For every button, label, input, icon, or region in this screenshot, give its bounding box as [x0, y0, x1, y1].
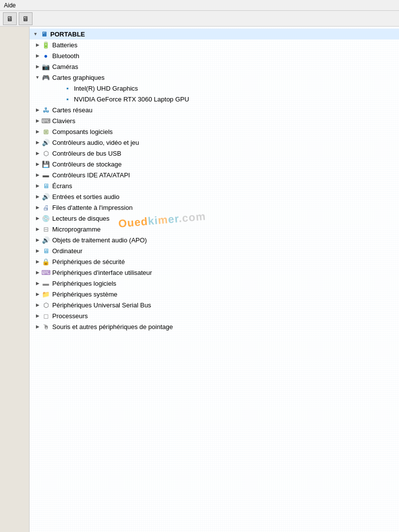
expand-icon-softdevices: ▶: [33, 279, 41, 287]
icon-mice: 🖱: [41, 322, 50, 331]
tree-node-usb-ctrl[interactable]: ▶⬡Contrôleurs de bus USB: [30, 148, 399, 159]
expand-icon-apo: ▶: [33, 236, 41, 244]
label-screens: Écrans: [52, 182, 72, 190]
icon-network: 🖧: [41, 105, 50, 114]
expand-icon-keyboard: ▶: [33, 117, 41, 125]
label-keyboard: Claviers: [52, 117, 75, 125]
tree-node-sysdevices[interactable]: ▶📁Périphériques système: [30, 289, 399, 299]
expand-icon-computer: ▶: [33, 247, 41, 255]
icon-bluetooth: ●: [41, 51, 50, 60]
tree-node-audio-in-out[interactable]: ▶🔊Entrées et sorties audio: [30, 191, 399, 202]
expand-icon-audio-ctrl: ▶: [33, 138, 41, 146]
root-label: PORTABLE: [50, 31, 85, 38]
expand-icon-hid: ▶: [33, 268, 41, 276]
label-print-queue: Files d'attente à l'impression: [52, 204, 133, 211]
tree-node-cameras[interactable]: ▶📷Caméras: [30, 61, 399, 72]
label-network: Cartes réseau: [52, 106, 93, 114]
label-audio-ctrl: Contrôleurs audio, vidéo et jeu: [52, 139, 139, 146]
tree-node-software[interactable]: ▶⊞Composants logiciels: [30, 126, 399, 137]
expand-icon-processors: ▶: [33, 312, 41, 320]
icon-softdevices: ▬: [41, 279, 50, 288]
expand-icon-cameras: ▶: [33, 63, 41, 70]
icon-apo: 🔊: [41, 235, 50, 244]
icon-security: 🔒: [41, 257, 50, 266]
tree-node-computer[interactable]: ▶🖥Ordinateur: [30, 245, 399, 256]
icon-ide-ctrl: ▬: [41, 170, 50, 179]
expand-icon-graphics: ▼: [33, 73, 41, 81]
toolbar-btn-1[interactable]: 🖥: [3, 12, 17, 25]
expand-icon-bluetooth: ▶: [33, 52, 41, 60]
expand-icon-usb-ctrl: ▶: [33, 149, 41, 157]
expand-icon-screens: ▶: [33, 182, 41, 190]
label-firmware: Microprogramme: [52, 226, 100, 233]
expand-icon-security: ▶: [33, 258, 41, 266]
sidebar: [0, 27, 30, 532]
expand-icon-software: ▶: [33, 128, 41, 135]
expand-icon-batteries: ▶: [33, 41, 41, 49]
tree-node-softdevices[interactable]: ▶▬Périphériques logiciels: [30, 278, 399, 289]
label-graphics: Cartes graphiques: [52, 74, 104, 81]
icon-batteries: 🔋: [41, 40, 50, 49]
icon-computer: 🖥: [41, 246, 50, 255]
tree-node-storage-ctrl[interactable]: ▶💾Contrôleurs de stockage: [30, 159, 399, 169]
label-nvidia: NVIDIA GeForce RTX 3060 Laptop GPU: [74, 96, 189, 103]
label-ide-ctrl: Contrôleurs IDE ATA/ATAPI: [52, 171, 130, 179]
icon-disk-drives: 💿: [41, 214, 50, 223]
tree-node-ide-ctrl[interactable]: ▶▬Contrôleurs IDE ATA/ATAPI: [30, 169, 399, 180]
icon-software: ⊞: [41, 127, 50, 136]
expand-icon-storage-ctrl: ▶: [33, 160, 41, 168]
content-area: Ouedkimer.com ▼ 🖥 PORTABLE ▶🔋Batteries▶●…: [0, 27, 399, 532]
tree-node-screens[interactable]: ▶🖥Écrans: [30, 180, 399, 191]
icon-cameras: 📷: [41, 62, 50, 71]
icon-graphics: 🎮: [41, 73, 50, 82]
tree-node-print-queue[interactable]: ▶🖨Files d'attente à l'impression: [30, 202, 399, 213]
tree-node-keyboard[interactable]: ▶⌨Claviers: [30, 115, 399, 126]
tree-node-bluetooth[interactable]: ▶●Bluetooth: [30, 50, 399, 61]
tree-root[interactable]: ▼ 🖥 PORTABLE: [30, 29, 399, 39]
icon-screens: 🖥: [41, 181, 50, 190]
tree-node-mice[interactable]: ▶🖱Souris et autres périphériques de poin…: [30, 321, 399, 332]
label-softdevices: Périphériques logiciels: [52, 280, 116, 287]
tree-node-intel[interactable]: ▪Intel(R) UHD Graphics: [30, 83, 399, 94]
expand-icon-usb-devices: ▶: [33, 301, 41, 309]
tree-node-batteries[interactable]: ▶🔋Batteries: [30, 39, 399, 50]
expand-icon-audio-in-out: ▶: [33, 193, 41, 200]
toolbar-btn-2[interactable]: 🖥: [19, 12, 33, 25]
tree-node-audio-ctrl[interactable]: ▶🔊Contrôleurs audio, vidéo et jeu: [30, 137, 399, 148]
root-expand-icon: ▼: [32, 30, 39, 38]
tree-nodes-container: ▶🔋Batteries▶●Bluetooth▶📷Caméras▼🎮Cartes …: [30, 39, 399, 332]
toolbar: 🖥 🖥: [0, 11, 399, 27]
tree-node-firmware[interactable]: ▶⊟Microprogramme: [30, 224, 399, 234]
tree-node-apo[interactable]: ▶🔊Objets de traitement audio (APO): [30, 234, 399, 245]
icon-usb-ctrl: ⬡: [41, 149, 50, 158]
tree-node-processors[interactable]: ▶◻Processeurs: [30, 310, 399, 321]
label-disk-drives: Lecteurs de disques: [52, 215, 109, 222]
tree-node-usb-devices[interactable]: ▶⬡Périphériques Universal Serial Bus: [30, 299, 399, 310]
label-usb-devices: Périphériques Universal Serial Bus: [52, 301, 151, 309]
tree-node-graphics[interactable]: ▼🎮Cartes graphiques: [30, 72, 399, 83]
label-usb-ctrl: Contrôleurs de bus USB: [52, 150, 121, 157]
icon-usb-devices: ⬡: [41, 300, 50, 309]
main-panel[interactable]: Ouedkimer.com ▼ 🖥 PORTABLE ▶🔋Batteries▶●…: [30, 27, 399, 532]
tree-node-disk-drives[interactable]: ▶💿Lecteurs de disques: [30, 213, 399, 224]
expand-icon-mice: ▶: [33, 323, 41, 331]
menu-aide[interactable]: Aide: [4, 2, 16, 9]
label-bluetooth: Bluetooth: [52, 52, 79, 60]
expand-icon-nvidia: [55, 95, 63, 103]
menu-bar: Aide: [0, 0, 399, 11]
label-audio-in-out: Entrées et sorties audio: [52, 193, 120, 200]
expand-icon-firmware: ▶: [33, 225, 41, 233]
label-apo: Objets de traitement audio (APO): [52, 236, 147, 244]
tree-node-network[interactable]: ▶🖧Cartes réseau: [30, 104, 399, 115]
label-mice: Souris et autres périphériques de pointa…: [52, 323, 173, 331]
icon-audio-ctrl: 🔊: [41, 138, 50, 147]
icon-processors: ◻: [41, 311, 50, 320]
tree-node-security[interactable]: ▶🔒Périphériques de sécurité: [30, 256, 399, 267]
label-cameras: Caméras: [52, 63, 78, 70]
window-container: Aide 🖥 🖥 Ouedkimer.com ▼ 🖥 PORTABLE: [0, 0, 399, 532]
root-computer-icon: 🖥: [39, 30, 48, 38]
tree-node-hid[interactable]: ▶⌨Périphériques d'interface utilisateur: [30, 267, 399, 278]
label-processors: Processeurs: [52, 312, 88, 320]
expand-icon-ide-ctrl: ▶: [33, 171, 41, 179]
tree-node-nvidia[interactable]: ▪NVIDIA GeForce RTX 3060 Laptop GPU: [30, 94, 399, 104]
